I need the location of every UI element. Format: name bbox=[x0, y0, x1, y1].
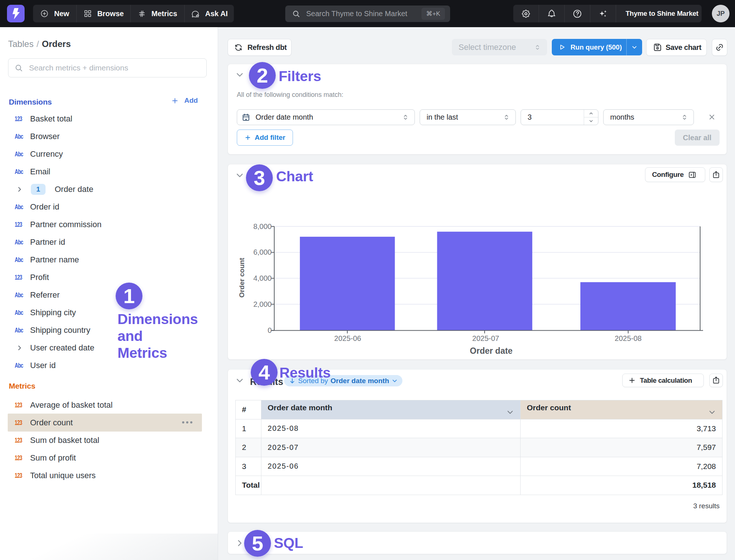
svg-text:4,000: 4,000 bbox=[253, 274, 272, 282]
svg-text:2025-07: 2025-07 bbox=[472, 334, 499, 342]
svg-text:2,000: 2,000 bbox=[253, 300, 272, 308]
svg-text:2025-08: 2025-08 bbox=[615, 334, 641, 342]
svg-text:Order count: Order count bbox=[238, 258, 246, 298]
svg-text:6,000: 6,000 bbox=[253, 248, 272, 256]
svg-text:0: 0 bbox=[268, 326, 272, 334]
svg-text:2025-06: 2025-06 bbox=[334, 334, 361, 342]
svg-text:Order date: Order date bbox=[470, 346, 513, 356]
svg-text:8,000: 8,000 bbox=[253, 222, 272, 230]
